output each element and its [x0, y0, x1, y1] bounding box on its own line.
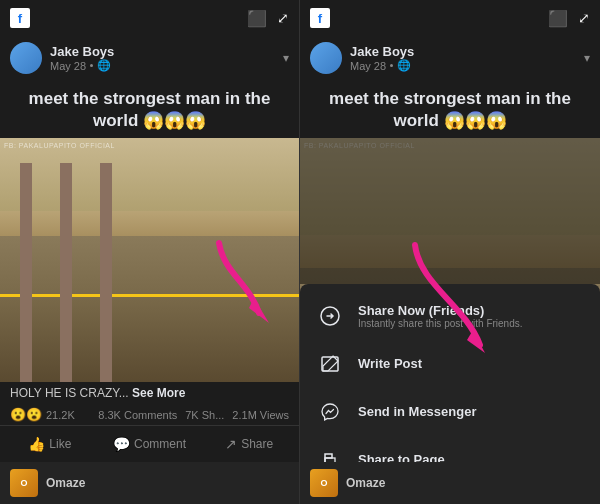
ad-name-right: Omaze	[346, 476, 385, 490]
write-post-text: Write Post	[358, 356, 584, 371]
reactions-bar-left: 😮😮 21.2K 8.3K Comments 7K Sh... 2.1M Vie…	[0, 404, 299, 426]
video-area-right[interactable]: FB: PAKALUPAPITO OFFICIAL S	[300, 138, 600, 462]
reaction-stats-left: 8.3K Comments 7K Sh... 2.1M Views	[98, 409, 289, 421]
expand-icon-left[interactable]: ⤢	[277, 10, 289, 26]
post-chevron-right[interactable]: ▾	[584, 51, 590, 65]
messenger-item[interactable]: Send in Messenger	[300, 388, 600, 436]
avatar-left	[10, 42, 42, 74]
post-header-left: Jake Boys May 28 🌐 ▾	[0, 36, 299, 80]
expand-icon-right[interactable]: ⤢	[578, 10, 590, 26]
top-bar-icons-right: ⬛ ⤢	[548, 9, 590, 28]
share-now-icon	[316, 302, 344, 330]
top-bar-left: f ⬛ ⤢	[0, 0, 299, 36]
comment-icon-left: 💬	[113, 436, 130, 452]
monitor-icon-left[interactable]: ⬛	[247, 9, 267, 28]
reaction-emojis-left: 😮😮	[10, 407, 42, 422]
share-page-icon	[316, 446, 344, 462]
share-page-text: Share to Page	[358, 452, 584, 462]
share-now-item[interactable]: Share Now (Friends) Instantly share this…	[300, 292, 600, 340]
comment-button-left[interactable]: 💬 Comment	[100, 430, 200, 458]
post-text-right: meet the strongest man in the world 😱😱😱	[300, 80, 600, 138]
post-author-right[interactable]: Jake Boys	[350, 44, 576, 59]
post-chevron-left[interactable]: ▾	[283, 51, 289, 65]
share-icon-left: ↗	[225, 436, 237, 452]
messenger-title: Send in Messenger	[358, 404, 584, 419]
messenger-icon	[316, 398, 344, 426]
share-now-title: Share Now (Friends)	[358, 303, 584, 318]
share-button-left[interactable]: ↗ Share	[199, 430, 299, 458]
like-button-left[interactable]: 👍 Like	[0, 430, 100, 458]
write-post-icon	[316, 350, 344, 378]
post-text-left: meet the strongest man in the world 😱😱😱	[0, 80, 299, 138]
arrow-left	[199, 233, 279, 333]
monitor-icon-right[interactable]: ⬛	[548, 9, 568, 28]
share-now-subtitle: Instantly share this post with Friends.	[358, 318, 584, 329]
like-icon-left: 👍	[28, 436, 45, 452]
ad-name-left: Omaze	[46, 476, 85, 490]
left-panel: f ⬛ ⤢ Jake Boys May 28 🌐 ▾ meet the stro…	[0, 0, 300, 504]
write-post-item[interactable]: Write Post	[300, 340, 600, 388]
video-bg-left: FB: PAKALUPAPITO OFFICIAL	[0, 138, 299, 382]
ad-bar-left: O Omaze	[0, 462, 299, 504]
share-page-title: Share to Page	[358, 452, 584, 462]
post-author-left[interactable]: Jake Boys	[50, 44, 275, 59]
messenger-text: Send in Messenger	[358, 404, 584, 419]
write-post-title: Write Post	[358, 356, 584, 371]
ad-logo-right: O	[310, 469, 338, 497]
post-description-left: HOLY HE IS CRAZY... See More	[0, 382, 299, 404]
right-panel: f ⬛ ⤢ Jake Boys May 28 🌐 ▾ meet the stro…	[300, 0, 600, 504]
dim-overlay	[300, 138, 600, 284]
post-header-right: Jake Boys May 28 🌐 ▾	[300, 36, 600, 80]
share-menu: Share Now (Friends) Instantly share this…	[300, 284, 600, 462]
facebook-logo-left: f	[10, 8, 30, 28]
watermark-left: FB: PAKALUPAPITO OFFICIAL	[4, 142, 115, 149]
actions-bar-left: 👍 Like 💬 Comment ↗ Share	[0, 426, 299, 462]
ad-bar-right: O Omaze	[300, 462, 600, 504]
video-area-left[interactable]: FB: PAKALUPAPITO OFFICIAL	[0, 138, 299, 382]
post-footer-left: HOLY HE IS CRAZY... See More 😮😮 21.2K 8.…	[0, 382, 299, 462]
share-now-text: Share Now (Friends) Instantly share this…	[358, 303, 584, 329]
reaction-count-left: 21.2K	[46, 409, 75, 421]
share-page-item[interactable]: Share to Page	[300, 436, 600, 462]
post-info-right: Jake Boys May 28 🌐	[350, 44, 576, 72]
see-more-left[interactable]: See More	[132, 386, 185, 400]
top-bar-right: f ⬛ ⤢	[300, 0, 600, 36]
avatar-right	[310, 42, 342, 74]
ad-logo-left: O	[10, 469, 38, 497]
post-info-left: Jake Boys May 28 🌐	[50, 44, 275, 72]
top-bar-icons-left: ⬛ ⤢	[247, 9, 289, 28]
svg-rect-4	[325, 458, 335, 462]
post-meta-right: May 28 🌐	[350, 59, 576, 72]
facebook-logo-right: f	[310, 8, 330, 28]
post-meta-left: May 28 🌐	[50, 59, 275, 72]
